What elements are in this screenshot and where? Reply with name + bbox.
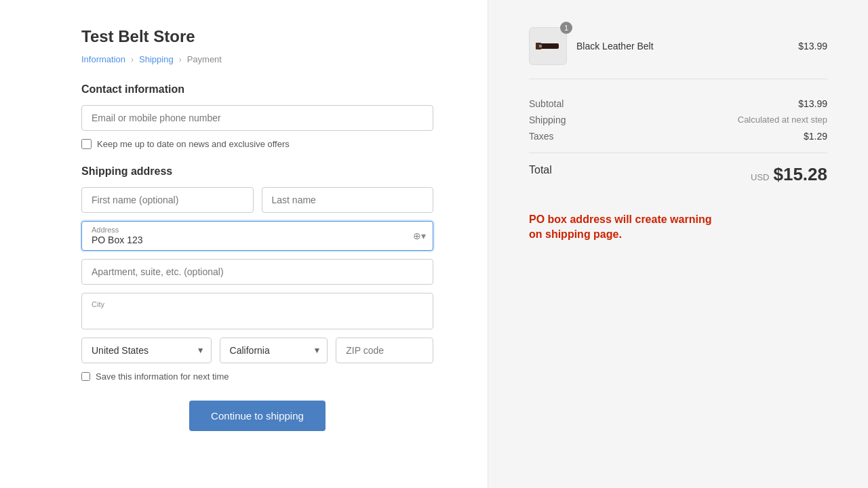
email-field-group (81, 105, 433, 131)
shipping-label: Shipping (529, 115, 566, 125)
save-info-label[interactable]: Save this information for next time (96, 371, 229, 382)
continue-button-wrap: Continue to shipping (81, 401, 433, 431)
city-field-group: City (81, 293, 433, 329)
country-select-wrapper: United States ▼ (81, 338, 212, 363)
total-value-wrap: USD $15.28 (751, 164, 827, 185)
first-name-input[interactable] (81, 187, 254, 213)
product-item: 1 Black Leather Belt $13.99 (529, 27, 827, 79)
total-row: Total USD $15.28 (529, 152, 827, 185)
address-field-group: Address ⊕▾ (81, 221, 433, 251)
state-select[interactable]: California (220, 338, 328, 363)
shipping-section-title: Shipping address (81, 165, 433, 178)
save-info-checkbox[interactable] (81, 372, 90, 381)
taxes-label: Taxes (529, 131, 554, 142)
zip-input[interactable] (336, 338, 433, 363)
region-row: United States ▼ California ▼ (81, 338, 433, 363)
product-price: $13.99 (798, 41, 827, 52)
shipping-row: Shipping Calculated at next step (529, 115, 827, 125)
city-label: City (92, 300, 210, 308)
city-input[interactable] (92, 310, 210, 321)
belt-image-svg (534, 33, 561, 60)
breadcrumb-information[interactable]: Information (81, 54, 125, 64)
subtotal-value: $13.99 (798, 98, 827, 109)
name-row (81, 187, 433, 213)
annotation-text-block: PO box address will create warning on sh… (529, 212, 711, 243)
breadcrumb-shipping[interactable]: Shipping (139, 54, 174, 64)
apartment-input[interactable] (81, 259, 433, 285)
taxes-value: $1.29 (804, 131, 827, 142)
newsletter-label[interactable]: Keep me up to date on news and exclusive… (97, 139, 290, 149)
right-panel: 1 Black Leather Belt $13.99 Subtotal $13… (488, 0, 868, 488)
breadcrumb-payment: Payment (187, 54, 222, 64)
last-name-group (262, 187, 434, 213)
product-name: Black Leather Belt (576, 41, 789, 52)
svg-rect-2 (539, 45, 542, 47)
taxes-row: Taxes $1.29 (529, 131, 827, 142)
shipping-value: Calculated at next step (738, 115, 827, 125)
address-icon[interactable]: ⊕▾ (413, 230, 426, 241)
store-title: Test Belt Store (81, 27, 433, 46)
newsletter-checkbox[interactable] (81, 139, 92, 149)
total-label: Total (529, 164, 552, 185)
annotation-area: PO box address will create warning on sh… (529, 212, 827, 243)
state-select-wrapper: California ▼ (220, 338, 328, 363)
subtotal-label: Subtotal (529, 98, 564, 109)
product-image (529, 27, 567, 65)
annotation-container: PO box address will create warning on sh… (529, 212, 827, 243)
breadcrumb-sep-2: › (179, 55, 182, 64)
continue-to-shipping-button[interactable]: Continue to shipping (189, 401, 326, 431)
last-name-input[interactable] (262, 187, 434, 213)
product-image-wrap: 1 (529, 27, 567, 65)
subtotal-row: Subtotal $13.99 (529, 98, 827, 109)
newsletter-row: Keep me up to date on news and exclusive… (81, 139, 433, 149)
annotation-line1: PO box address will create warning (529, 212, 711, 227)
product-quantity-badge: 1 (560, 22, 572, 34)
breadcrumb: Information › Shipping › Payment (81, 54, 433, 64)
left-panel: Test Belt Store Information › Shipping ›… (0, 0, 488, 488)
contact-section-title: Contact information (81, 83, 433, 96)
email-input[interactable] (81, 105, 433, 131)
annotation-line2: on shipping page. (529, 227, 711, 242)
zip-field-group (336, 338, 433, 363)
breadcrumb-sep-1: › (131, 55, 134, 64)
apartment-field-group (81, 259, 433, 285)
city-input-wrapper: City (81, 293, 433, 329)
address-label: Address (92, 226, 406, 234)
country-select[interactable]: United States (81, 338, 212, 363)
total-currency: USD (751, 172, 769, 182)
first-name-group (81, 187, 254, 213)
save-row: Save this information for next time (81, 371, 433, 382)
address-input-wrapper: Address ⊕▾ (81, 221, 433, 251)
total-amount: $15.28 (773, 164, 827, 185)
address-input[interactable] (92, 235, 406, 245)
